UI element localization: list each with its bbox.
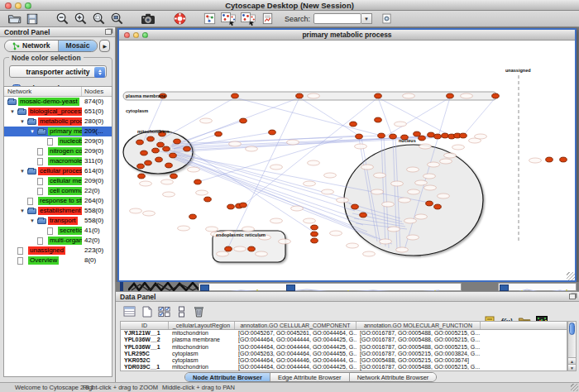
select-attributes-button[interactable] [156, 304, 172, 318]
network-node[interactable] [350, 122, 357, 127]
network-node[interactable] [141, 151, 148, 155]
network-node[interactable] [189, 214, 197, 219]
network-node[interactable] [152, 148, 160, 153]
maximize-button[interactable] [25, 2, 31, 9]
node-color-combobox[interactable]: transporter activity [9, 65, 107, 78]
zoom-in-button[interactable] [71, 12, 89, 26]
network-node[interactable] [184, 146, 191, 151]
tree-item-cellular-metabol[interactable]: cellular metabol209(0) [4, 176, 112, 186]
network-node[interactable] [170, 174, 178, 179]
network-node[interactable] [414, 131, 421, 136]
expand-triangle-icon[interactable]: ▼ [30, 218, 35, 223]
tree-item-multi-organism-pro[interactable]: multi-organism pro42(0) [4, 236, 112, 246]
network-node[interactable] [356, 134, 363, 139]
network-node[interactable] [215, 131, 223, 136]
network-node[interactable] [426, 201, 433, 206]
help-button[interactable] [170, 12, 189, 26]
network-node[interactable] [375, 93, 382, 98]
network-node[interactable] [378, 133, 385, 138]
network-node[interactable] [194, 179, 202, 184]
tree-item-unassigned[interactable]: unassigned223(0) [4, 246, 112, 256]
network-node[interactable] [163, 146, 170, 151]
network-node[interactable] [269, 130, 276, 135]
network-window-titlebar[interactable]: primary metabolic process [119, 30, 575, 41]
save-session-button[interactable] [23, 12, 41, 26]
delete-attribute-button[interactable] [191, 304, 207, 318]
network-overview-button[interactable] [200, 12, 218, 26]
new-attribute-button[interactable] [139, 304, 155, 318]
network-node[interactable] [434, 204, 442, 209]
network-node[interactable] [204, 197, 212, 202]
network-node[interactable] [147, 136, 155, 141]
attribute-table-button[interactable] [122, 304, 137, 318]
network-node[interactable] [232, 93, 239, 98]
tab-node-attribute-browser[interactable]: Node Attribute Browser [185, 373, 270, 381]
network-node[interactable] [156, 157, 163, 162]
network-node[interactable] [460, 133, 467, 138]
tab-mosaic[interactable]: Mosaic [58, 41, 98, 51]
maximize-button[interactable] [142, 32, 148, 38]
network-node[interactable] [390, 134, 397, 139]
table-row[interactable]: YKR052Ccytoplasm[GO:0044464, GO:0044446,… [121, 357, 567, 364]
network-node[interactable] [225, 246, 232, 251]
attribute-table[interactable]: ID_cellularLayoutRegionannotation.GO CEL… [120, 321, 567, 371]
network-node[interactable] [311, 238, 318, 243]
network-node[interactable] [136, 140, 144, 145]
network-node[interactable] [434, 134, 442, 139]
scroll-down-icon[interactable]: ▼ [568, 364, 576, 370]
table-row[interactable]: YPL036W__2plasma membrane[GO:0044464, GO… [121, 337, 567, 343]
layout-next-button[interactable] [238, 12, 258, 26]
network-node[interactable] [240, 118, 247, 123]
column-header-id[interactable]: ID [121, 322, 169, 329]
expand-triangle-icon[interactable]: ▼ [20, 119, 25, 124]
network-node[interactable] [227, 204, 235, 209]
network-node[interactable] [145, 160, 152, 165]
tree-item-secretion[interactable]: secretion41(0) [4, 226, 112, 236]
scrollbar-thumb[interactable] [569, 323, 575, 335]
network-node[interactable] [165, 163, 173, 168]
network-node[interactable] [492, 93, 500, 98]
network-node[interactable] [375, 117, 382, 122]
tree-item-overview[interactable]: Overview8(0) [4, 256, 112, 265]
expand-triangle-icon[interactable]: ▼ [30, 129, 35, 134]
float-panel-icon[interactable] [569, 294, 576, 299]
search-dropdown-button[interactable]: ▼ [361, 13, 372, 24]
expand-triangle-icon[interactable]: ▼ [10, 109, 15, 114]
network-canvas[interactable]: plasma membrane cytoplasm mitochondrion … [119, 41, 575, 280]
zoom-fit-button[interactable] [108, 12, 126, 26]
tree-item-mosaic-demo-yeast[interactable]: mosaic-demo-yeast874(0) [4, 97, 112, 107]
network-node[interactable] [442, 133, 449, 138]
network-node[interactable] [157, 142, 165, 147]
open-session-button[interactable] [5, 12, 23, 26]
network-node[interactable] [240, 203, 247, 208]
tree-item-metabolic-process[interactable]: ▼metabolic process280(0) [4, 117, 112, 127]
network-node[interactable] [248, 246, 256, 251]
tree-item-nucleobase[interactable]: nucleobase-209(0) [4, 136, 112, 146]
tree-item-establishment-of-lo[interactable]: ▼establishment of lo558(0) [4, 206, 112, 216]
table-row[interactable]: YDR039C__1mitochondrion[GO:0044464, GO:0… [121, 364, 567, 370]
annotation-button[interactable] [258, 12, 276, 26]
expand-triangle-icon[interactable]: ▼ [20, 208, 25, 213]
expand-triangle-icon[interactable]: ▼ [20, 169, 25, 174]
tab-edge-attribute-browser[interactable]: Edge Attribute Browser [270, 373, 349, 381]
search-options-button[interactable] [377, 12, 395, 26]
network-node[interactable] [560, 157, 567, 162]
network-node[interactable] [311, 232, 318, 237]
minimize-button[interactable] [15, 2, 22, 9]
table-row[interactable]: YJR121W__1mitochondrion[GO:0045267, GO:0… [121, 330, 567, 337]
column-header-annotation-go-cellular-component[interactable]: annotation.GO CELLULAR_COMPONENT [235, 322, 356, 329]
network-node[interactable] [170, 153, 177, 158]
tree-item-cellular-process[interactable]: ▼cellular process614(0) [4, 166, 112, 176]
network-node[interactable] [447, 93, 454, 98]
tab-network[interactable]: Network [5, 41, 58, 51]
minimize-button[interactable] [133, 32, 139, 38]
search-input[interactable] [313, 13, 361, 24]
network-node[interactable] [138, 174, 146, 179]
scroll-up-icon[interactable]: ▲ [568, 357, 576, 364]
tab-network-attribute-browser[interactable]: Network Attribute Browser [349, 373, 437, 381]
zoom-out-button[interactable] [53, 12, 71, 26]
window-titlebar[interactable]: Cytoscape Desktop (New Session) [0, 0, 579, 11]
tree-item-cell-communicat[interactable]: cell communicat22(0) [4, 186, 112, 196]
tree-item-nitrogen-compo[interactable]: nitrogen compo209(0) [4, 146, 112, 156]
tree-item-macromolecule[interactable]: macromolecule311(0) [4, 156, 112, 166]
